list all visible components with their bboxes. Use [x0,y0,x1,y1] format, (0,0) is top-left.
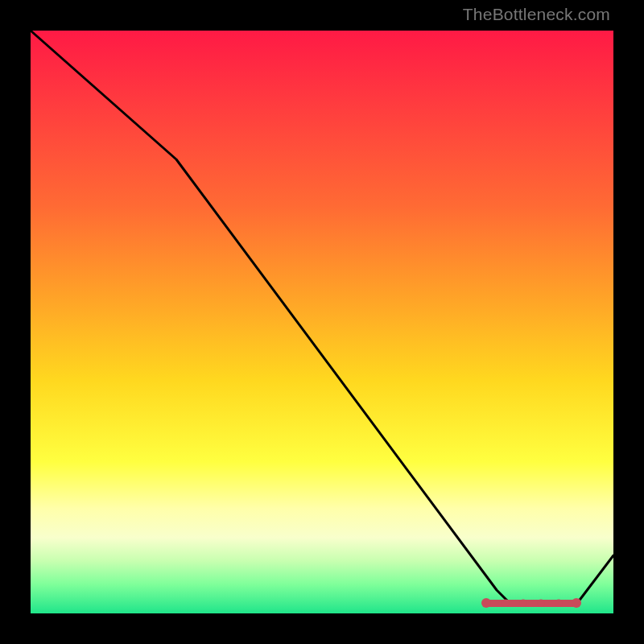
watermark-text: TheBottleneck.com [463,5,610,24]
svg-point-5 [538,600,545,607]
svg-rect-0 [486,600,576,607]
chart-svg [31,31,613,613]
svg-point-6 [555,600,563,607]
svg-point-3 [502,600,510,607]
svg-point-1 [481,598,491,608]
svg-point-2 [572,598,581,608]
series-curve [31,31,613,602]
chart-frame: TheBottleneck.com [0,0,644,644]
svg-point-4 [520,600,527,607]
marker-cluster [481,598,581,608]
